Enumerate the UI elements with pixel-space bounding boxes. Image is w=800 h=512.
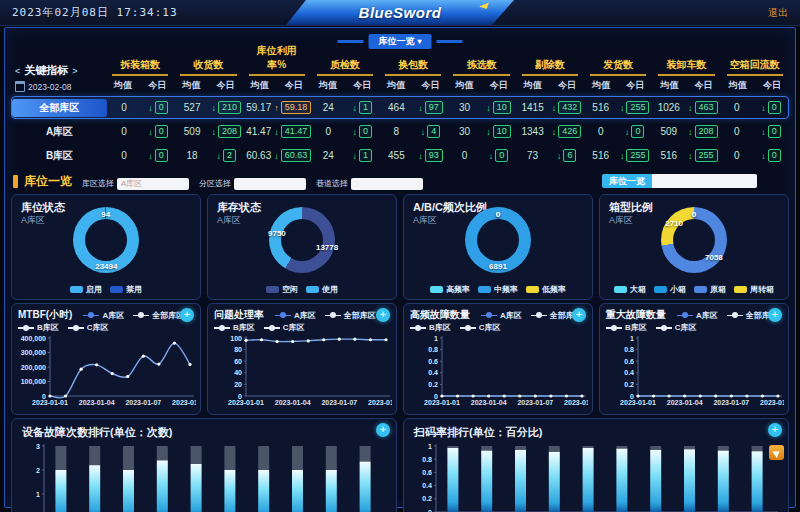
legend-item[interactable]: B库区: [606, 322, 647, 333]
add-icon[interactable]: +: [768, 308, 782, 322]
metric-col-title: 装卸车数: [658, 58, 714, 76]
legend-item[interactable]: A库区: [83, 310, 124, 321]
legend-item[interactable]: A库区: [275, 310, 316, 321]
add-icon[interactable]: +: [572, 308, 586, 322]
logout-link[interactable]: 退出: [768, 6, 788, 20]
legend-item[interactable]: C库区: [656, 322, 697, 333]
svg-text:1: 1: [434, 335, 438, 342]
legend-item[interactable]: 空闲: [266, 284, 298, 295]
donut-chart: 2349494: [73, 207, 139, 273]
table-row[interactable]: 全部库区0↓0527↓21059.17↑59.1824↓1464↓9730↓10…: [11, 96, 789, 119]
chart-subtitle: A库区: [217, 214, 241, 227]
view-switch-option[interactable]: [722, 174, 757, 188]
metric-cell: 0↓0: [447, 149, 515, 162]
legend-item[interactable]: C库区: [460, 322, 501, 333]
metric-cell: 0↓0: [584, 125, 652, 138]
calendar-icon: [15, 81, 25, 92]
metric-cell: 0↓0: [311, 125, 379, 138]
trend-down-icon: ↓: [552, 127, 557, 137]
view-dropdown-label: 库位一览: [378, 35, 414, 48]
metric-cell: 30↓10: [447, 101, 515, 114]
prev-arrow[interactable]: <: [15, 66, 20, 76]
add-icon[interactable]: +: [376, 423, 390, 437]
chart-title: 库位状态: [21, 200, 65, 215]
legend-marker-icon: [531, 312, 547, 319]
legend-swatch-icon: [266, 286, 279, 293]
svg-text:0.6: 0.6: [422, 469, 432, 476]
svg-text:3: 3: [36, 443, 40, 450]
legend-item[interactable]: 全部库区: [133, 310, 184, 321]
legend-swatch-icon: [70, 286, 83, 293]
add-icon[interactable]: +: [376, 308, 390, 322]
legend-item[interactable]: 全部库区: [325, 310, 376, 321]
metrics-date-picker[interactable]: 2023-02-08: [15, 81, 106, 92]
trend-down-icon: ↓: [211, 103, 216, 113]
metrics-date: 2023-02-08: [28, 82, 71, 92]
view-switch-option[interactable]: [652, 174, 687, 188]
svg-text:0.2: 0.2: [428, 381, 438, 388]
metric-cell: 527↓210: [175, 101, 243, 114]
today-value: 463: [695, 101, 718, 114]
legend-item[interactable]: B库区: [214, 322, 255, 333]
legend-item[interactable]: 禁用: [110, 284, 142, 295]
mean-value: 509: [175, 126, 209, 137]
metric-col-head: 质检数均值今日: [311, 58, 379, 92]
legend-item[interactable]: 高频率: [430, 284, 470, 295]
floating-widget[interactable]: [769, 445, 784, 460]
legend-item[interactable]: 原箱: [694, 284, 726, 295]
view-switch-options: [652, 174, 757, 188]
legend-item[interactable]: A库区: [481, 310, 522, 321]
legend-item[interactable]: 低频率: [526, 284, 566, 295]
trend-down-icon: ↓: [557, 151, 562, 161]
table-row[interactable]: A库区0↓0509↓20841.47↓41.470↓08↓430↓101343↓…: [11, 120, 789, 143]
today-cell: ↓0: [482, 149, 516, 162]
mean-value: 0: [584, 126, 618, 137]
legend-item[interactable]: 周转箱: [734, 284, 774, 295]
mean-value: 516: [584, 150, 618, 161]
today-cell: ↓255: [618, 101, 652, 114]
mean-value: 0: [720, 102, 754, 113]
legend-item[interactable]: B库区: [18, 322, 59, 333]
chart-title: 设备故障次数排行(单位：次数): [12, 419, 396, 440]
add-icon[interactable]: +: [180, 308, 194, 322]
legend-item[interactable]: 中频率: [478, 284, 518, 295]
legend-marker-icon: [133, 312, 149, 319]
today-value: 0: [155, 101, 168, 114]
filter-input[interactable]: [351, 178, 423, 190]
row-label[interactable]: 全部库区: [12, 99, 107, 117]
filter-input[interactable]: [234, 178, 306, 190]
mean-value: 0: [107, 126, 141, 137]
row-label[interactable]: B库区: [12, 147, 107, 165]
legend-item[interactable]: 使用: [306, 284, 338, 295]
legend-item[interactable]: A库区: [677, 310, 718, 321]
svg-text:200,000: 200,000: [21, 364, 46, 372]
view-switch-option[interactable]: [687, 174, 722, 188]
view-dropdown[interactable]: 库位一览 ▾: [337, 34, 462, 49]
view-switch-active[interactable]: 库位一览: [602, 174, 652, 188]
legend-item[interactable]: C库区: [68, 322, 109, 333]
today-value: 255: [695, 149, 718, 162]
table-row[interactable]: B库区0↓018↓260.63↓60.6324↓1455↓930↓073↓651…: [11, 144, 789, 167]
filter-input[interactable]: [117, 178, 189, 190]
today-cell: ↓0: [141, 149, 175, 162]
today-value: 59.18: [281, 101, 312, 114]
legend-marker-icon: [68, 324, 84, 331]
legend-item[interactable]: 大箱: [614, 284, 646, 295]
today-value: 0: [155, 125, 168, 138]
legend-item[interactable]: C库区: [264, 322, 305, 333]
today-value: 10: [493, 101, 511, 114]
subcol-label: 均值: [516, 79, 550, 92]
chart-title: 高频故障数量: [410, 308, 470, 322]
svg-text:2023-01-01: 2023-01-01: [228, 399, 264, 406]
svg-text:2: 2: [36, 467, 40, 474]
mean-value: 8: [379, 126, 413, 137]
row-label[interactable]: A库区: [12, 123, 107, 141]
legend-item[interactable]: 小箱: [654, 284, 686, 295]
add-icon[interactable]: +: [768, 423, 782, 437]
svg-text:2023-01-04: 2023-01-04: [79, 399, 115, 406]
donut-panel: 箱型比例A库区0070582710大箱小箱原箱周转箱: [599, 194, 789, 300]
legend-item[interactable]: B库区: [410, 322, 451, 333]
next-arrow[interactable]: >: [72, 66, 77, 76]
legend-item[interactable]: 启用: [70, 284, 102, 295]
svg-text:0.8: 0.8: [422, 456, 432, 463]
